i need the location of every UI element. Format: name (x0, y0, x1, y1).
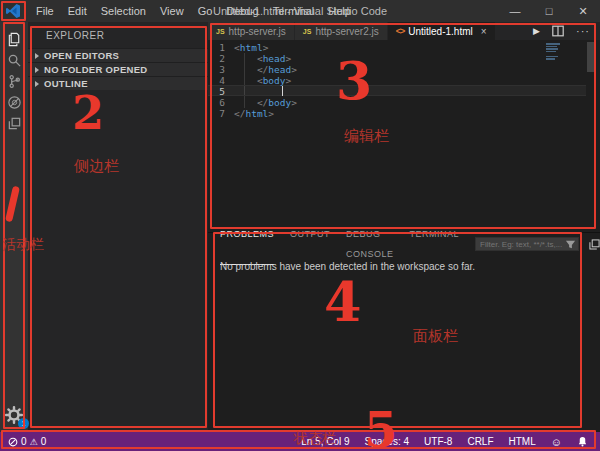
editor-scrollbar[interactable] (587, 42, 594, 72)
editor-tab-http-server.js[interactable]: JShttp-server.js (208, 22, 295, 40)
problems-filter-input[interactable] (480, 240, 565, 249)
problems-status[interactable]: 0 ⚠ 0 (0, 436, 46, 447)
close-tab-icon[interactable]: × (481, 26, 487, 37)
status-item[interactable]: Spaces: 4 (365, 436, 409, 447)
code-line[interactable]: 3 </head> (208, 64, 600, 75)
line-number: 4 (208, 75, 234, 86)
menu-view[interactable]: View (153, 0, 191, 22)
sidebar-title: EXPLORER (28, 22, 208, 48)
window-controls: — □ ✕ (498, 0, 600, 22)
status-item[interactable]: Ln 5, Col 9 (301, 436, 349, 447)
problems-filter-box[interactable] (475, 237, 579, 251)
chevron-right-icon (35, 81, 39, 87)
minimap[interactable] (546, 43, 564, 61)
editor-tab-http-server2.js[interactable]: JShttp-server2.js (295, 22, 388, 40)
menu-go[interactable]: Go (191, 0, 220, 22)
js-file-icon: JS (303, 28, 312, 35)
search-icon[interactable] (2, 50, 26, 71)
line-number: 1 (208, 42, 234, 53)
vscode-window: FileEditSelectionViewGoDebugTerminalHelp… (0, 0, 600, 451)
status-bar-right: Ln 5, Col 9Spaces: 4UTF-8CRLFHTML☺ (301, 436, 600, 448)
line-number: 5 (208, 86, 234, 97)
problems-message: No problems have been detected in the wo… (220, 261, 475, 272)
line-number: 6 (208, 97, 234, 108)
js-file-icon: JS (216, 28, 225, 35)
restore-panel-icon[interactable] (589, 239, 600, 250)
extensions-icon[interactable] (2, 113, 26, 134)
code-text: </body> (234, 97, 297, 108)
status-bar: 0 ⚠ 0 Ln 5, Col 9Spaces: 4UTF-8CRLFHTML☺ (0, 432, 600, 451)
editor-tab-untitled-1.html[interactable]: <>Untitled-1.html× (388, 22, 496, 40)
activity-bar: 1 (0, 22, 28, 432)
settings-badge: 1 (18, 418, 29, 429)
editor-tab-bar: JShttp-server.jsJShttp-server2.js<>Untit… (208, 22, 600, 40)
code-line[interactable]: 4 <body> (208, 75, 600, 86)
menu-help[interactable]: Help (321, 0, 358, 22)
explorer-icon[interactable] (2, 29, 26, 50)
panel: PROBLEMSOUTPUTDEBUG CONSOLETERMINAL (208, 232, 600, 432)
sidebar-section-outline[interactable]: OUTLINE (28, 76, 208, 90)
run-code-icon[interactable]: ▶ (533, 26, 540, 36)
chevron-right-icon (35, 67, 39, 73)
menu-selection[interactable]: Selection (94, 0, 153, 22)
debug-icon[interactable] (2, 92, 26, 113)
status-item[interactable]: HTML (509, 436, 536, 447)
code-line[interactable]: 6 </body> (208, 97, 600, 108)
error-count-icon (8, 437, 18, 447)
status-item[interactable]: CRLF (467, 436, 493, 447)
code-line[interactable]: 5 (208, 86, 600, 97)
menu-terminal[interactable]: Terminal (266, 0, 322, 22)
source-control-icon[interactable] (2, 71, 26, 92)
code-line[interactable]: 1<html> (208, 42, 600, 53)
status-item[interactable]: UTF-8 (424, 436, 452, 447)
editor-actions: ▶ ··· (533, 22, 600, 40)
maximize-button[interactable]: □ (532, 0, 566, 22)
code-text (234, 86, 280, 97)
chevron-right-icon (35, 53, 39, 59)
sidebar-section-open-editors[interactable]: OPEN EDITORS (28, 48, 208, 62)
filter-icon (565, 239, 576, 250)
minimize-button[interactable]: — (498, 0, 532, 22)
sidebar-section-no-folder-opened[interactable]: NO FOLDER OPENED (28, 62, 208, 76)
menu-bar: FileEditSelectionViewGoDebugTerminalHelp (29, 0, 358, 22)
code-editor[interactable]: 1<html>2 <head>3 </head>4 <body>5 6 </bo… (208, 40, 600, 232)
code-text: <body> (234, 75, 291, 86)
feedback-smiley-icon[interactable]: ☺ (551, 436, 562, 448)
code-text: <html> (234, 42, 268, 53)
split-editor-icon[interactable] (552, 25, 564, 37)
menu-edit[interactable]: Edit (61, 0, 94, 22)
settings-gear-icon[interactable]: 1 (4, 405, 26, 427)
menu-file[interactable]: File (29, 0, 61, 22)
code-text: <head> (234, 53, 291, 64)
code-text: </html> (234, 108, 274, 119)
menu-debug[interactable]: Debug (219, 0, 265, 22)
line-number: 7 (208, 108, 234, 119)
text-cursor (282, 86, 283, 96)
code-text: </head> (234, 64, 297, 75)
editor-area: JShttp-server.jsJShttp-server2.js<>Untit… (208, 22, 600, 232)
code-line[interactable]: 7</html> (208, 108, 600, 119)
panel-header: PROBLEMSOUTPUTDEBUG CONSOLETERMINAL (208, 233, 600, 255)
line-number: 3 (208, 64, 234, 75)
warning-count: 0 (41, 436, 47, 447)
line-number: 2 (208, 53, 234, 64)
close-button[interactable]: ✕ (566, 0, 600, 22)
title-bar: FileEditSelectionViewGoDebugTerminalHelp… (0, 0, 600, 22)
error-count: 0 (21, 436, 27, 447)
html-file-icon: <> (396, 26, 405, 36)
more-actions-icon[interactable]: ··· (576, 25, 590, 37)
warning-count-icon: ⚠ (30, 437, 38, 447)
vscode-logo-icon (5, 3, 21, 19)
sidebar-explorer: EXPLORER OPEN EDITORSNO FOLDER OPENEDOUT… (28, 22, 208, 432)
notifications-bell-icon[interactable] (577, 436, 588, 447)
code-line[interactable]: 2 <head> (208, 53, 600, 64)
